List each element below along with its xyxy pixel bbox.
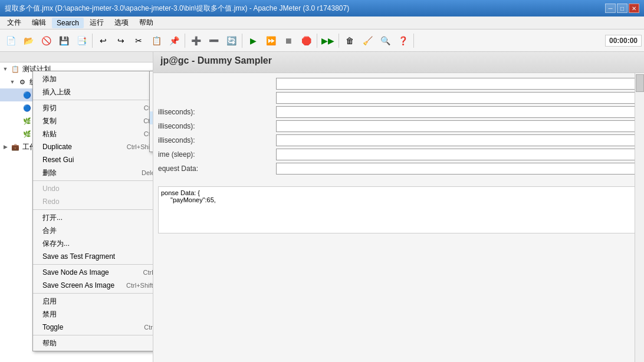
ctx-disable[interactable]: 禁用: [33, 308, 153, 321]
new-button[interactable]: 📄: [2, 32, 19, 49]
ctx-add[interactable]: 添加 ▶: [33, 73, 153, 85]
ctx-duplicate-label: Duplicate: [42, 143, 72, 151]
ctx-toggle[interactable]: Toggle Ctrl-T: [33, 321, 153, 334]
ctx-sep-3: [33, 209, 153, 210]
maximize-button[interactable]: □: [617, 4, 627, 13]
search-toolbar-button[interactable]: 🔍: [377, 32, 393, 49]
ctx-delete[interactable]: 删除 Delete: [33, 166, 153, 179]
collapse-button[interactable]: ➖: [205, 32, 222, 49]
submenu-add: 配置元件 ▶ 定时器 ▶ 前置处理器 ▶ 后置处理器 ▶ 断言 ▶: [149, 71, 153, 152]
ctx-insert-parent-label: 插入上级: [42, 87, 71, 97]
ctx-paste[interactable]: 粘贴 Ctrl-V: [33, 127, 153, 140]
ctx-redo-label: Redo: [42, 198, 60, 206]
form-row-3: illiseconds):: [158, 106, 639, 118]
form-input-2[interactable]: [276, 92, 639, 104]
expand-button[interactable]: ➕: [188, 32, 204, 49]
toggle-button[interactable]: 🔄: [223, 32, 239, 49]
ctx-add-label: 添加: [42, 74, 57, 84]
close-file-button[interactable]: 🚫: [38, 32, 54, 49]
ctx-cut[interactable]: 剪切 Ctrl-X: [33, 101, 153, 114]
scrollbar-thumb[interactable]: [636, 74, 644, 92]
form-input-7[interactable]: [276, 163, 639, 175]
response-data-content: "payMoney":65,: [161, 196, 636, 203]
ctx-sep-6: [33, 335, 153, 335]
menu-edit[interactable]: 编辑: [27, 17, 51, 29]
cut-button[interactable]: ✂: [130, 32, 147, 49]
menu-run[interactable]: 运行: [85, 17, 109, 29]
ctx-open[interactable]: 打开...: [33, 211, 153, 224]
ctx-save-screen-image-shortcut: Ctrl+Shift-G: [126, 282, 153, 289]
separator-3: [242, 34, 242, 48]
ctx-reset-gui[interactable]: Reset Gui: [33, 153, 153, 166]
menu-help[interactable]: 帮助: [134, 17, 158, 29]
ctx-save-screen-image-label: Save Screen As Image: [42, 281, 114, 289]
ctx-reset-gui-label: Reset Gui: [42, 156, 74, 164]
form-row-6: ime (sleep):: [158, 149, 639, 160]
ctx-insert-parent[interactable]: 插入上级 ▶: [33, 85, 153, 98]
menu-file[interactable]: 文件: [2, 17, 26, 29]
title-text: 提取多个值.jmx (D:\apache-jmeter-3.0\apache-j…: [5, 4, 349, 14]
ctx-delete-shortcut: Delete: [142, 169, 153, 176]
copy-button[interactable]: 📋: [148, 32, 165, 49]
form-input-3[interactable]: [276, 106, 639, 118]
ctx-merge[interactable]: 合并: [33, 224, 153, 237]
ctx-toggle-label: Toggle: [42, 323, 63, 331]
form-input-6[interactable]: [276, 149, 639, 160]
shutdown-button[interactable]: 🛑: [298, 32, 314, 49]
paste-button[interactable]: 📌: [166, 32, 182, 49]
ctx-enable[interactable]: 启用: [33, 295, 153, 308]
tree-panel: ▼ 📋 测试计划 ▼ ⚙ 线程组 🔵 jp@gc - Dummy... 🔵 De…: [0, 52, 153, 362]
stop-button[interactable]: ⏹: [280, 32, 297, 49]
form-input-5[interactable]: [276, 134, 639, 146]
context-menu: 添加 ▶ 插入上级 ▶ 剪切 Ctrl-X 复制 Ctrl-C 粘贴: [32, 71, 153, 351]
right-scrollbar[interactable]: [635, 73, 644, 362]
close-button[interactable]: ✕: [629, 4, 639, 13]
context-menu-overlay[interactable]: 添加 ▶ 插入上级 ▶ 剪切 Ctrl-X 复制 Ctrl-C 粘贴: [0, 52, 153, 362]
timer-display: 00:00:00: [605, 35, 642, 47]
ctx-save-screen-image[interactable]: Save Screen As Image Ctrl+Shift-G: [33, 279, 153, 292]
ctx-save-node-image-label: Save Node As Image: [42, 268, 109, 277]
ctx-help[interactable]: 帮助: [33, 337, 153, 350]
save-button[interactable]: 💾: [55, 32, 72, 49]
ctx-redo: Redo: [33, 195, 153, 208]
ctx-save-as-label: 保存为...: [42, 239, 70, 249]
ctx-save-node-image[interactable]: Save Node As Image Ctrl-G: [33, 266, 153, 279]
title-bar: 提取多个值.jmx (D:\apache-jmeter-3.0\apache-j…: [0, 0, 644, 17]
minimize-button[interactable]: ─: [605, 4, 616, 13]
clear-button[interactable]: 🗑: [341, 32, 358, 49]
form-row-4: illiseconds):: [158, 120, 639, 132]
ctx-undo: Undo: [33, 182, 153, 195]
form-input-1[interactable]: [276, 78, 639, 90]
form-label-5: illiseconds):: [158, 136, 276, 144]
response-data-area: ponse Data: { "payMoney":65,: [158, 186, 639, 233]
save-as-button[interactable]: 📑: [73, 32, 90, 49]
menu-search[interactable]: Search: [52, 18, 84, 28]
window-controls: ─ □ ✕: [605, 4, 639, 13]
form-area: illiseconds): illiseconds): illiseconds)…: [158, 78, 639, 233]
separator-6: [413, 34, 414, 48]
form-input-4[interactable]: [276, 120, 639, 132]
ctx-duplicate[interactable]: Duplicate Ctrl+Shift-C: [33, 140, 153, 153]
ctx-cut-label: 剪切: [42, 103, 57, 113]
ctx-save-test-fragment[interactable]: Save as Test Fragment: [33, 250, 153, 263]
redo-button[interactable]: ↪: [113, 32, 129, 49]
form-row-7: equest Data:: [158, 163, 639, 175]
open-button[interactable]: 📂: [20, 32, 37, 49]
ctx-save-as[interactable]: 保存为...: [33, 237, 153, 250]
start-button[interactable]: ▶: [245, 32, 261, 49]
panel-content: illiseconds): illiseconds): illiseconds)…: [153, 73, 644, 362]
separator-2: [185, 34, 185, 48]
ctx-copy[interactable]: 复制 Ctrl-C: [33, 114, 153, 127]
response-label: ponse Data: {: [161, 189, 636, 196]
help-toolbar-button[interactable]: ❓: [395, 32, 411, 49]
remote-start-button[interactable]: ▶▶: [320, 32, 336, 49]
form-label-4: illiseconds):: [158, 122, 276, 130]
menu-options[interactable]: 选项: [110, 17, 133, 29]
ctx-merge-label: 合并: [42, 226, 57, 236]
panel-title: jp@gc - Dummy Sampler: [153, 52, 644, 73]
clear-all-button[interactable]: 🧹: [359, 32, 376, 49]
start-no-pause-button[interactable]: ⏩: [262, 32, 279, 49]
ctx-copy-label: 复制: [42, 116, 57, 126]
ctx-open-label: 打开...: [42, 213, 63, 223]
undo-button[interactable]: ↩: [95, 32, 111, 49]
